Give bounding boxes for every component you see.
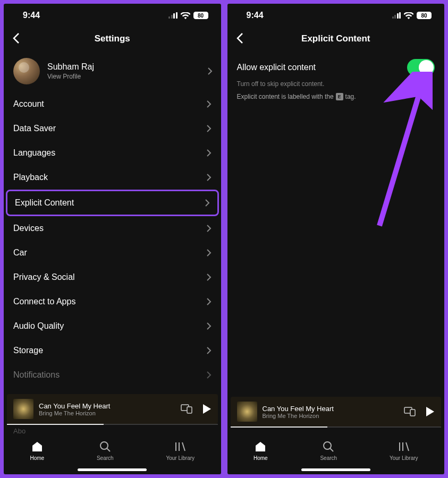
toggle-knob (419, 60, 434, 75)
settings-item-label: Data Saver (13, 124, 56, 133)
chevron-right-icon (206, 173, 212, 182)
now-playing-bar[interactable]: Can You Feel My Heart Bring Me The Horiz… (7, 394, 218, 424)
chevron-right-icon (206, 346, 212, 355)
profile-row[interactable]: Subham Raj View Profile (4, 50, 221, 92)
status-icons: 80 (168, 12, 208, 19)
settings-content: Subham Raj View Profile AccountData Save… (4, 50, 221, 394)
home-indicator (78, 468, 147, 471)
settings-item-playback[interactable]: Playback (4, 165, 221, 190)
tab-home[interactable]: Home (30, 440, 44, 461)
settings-item-label: Privacy & Social (13, 272, 75, 282)
chevron-right-icon (206, 273, 212, 281)
svg-point-6 (324, 442, 331, 449)
chevron-right-icon (206, 224, 212, 233)
helper-text-2: Explicit content is labelled with the E … (227, 89, 445, 105)
settings-item-notifications[interactable]: Notifications (4, 363, 221, 387)
truncated-item: Abo (4, 425, 221, 437)
track-artist: Bring Me The Horizon (39, 410, 110, 416)
track-title: Can You Feel My Heart (263, 405, 334, 413)
album-art (13, 399, 33, 419)
home-indicator (301, 468, 370, 471)
tab-search[interactable]: Search (97, 440, 114, 461)
settings-item-audio-quality[interactable]: Audio Quality (4, 314, 221, 338)
settings-item-privacy-social[interactable]: Privacy & Social (4, 265, 221, 289)
settings-item-label: Storage (13, 346, 43, 355)
settings-item-label: Devices (13, 224, 44, 233)
allow-explicit-label: Allow explicit content (237, 63, 316, 72)
status-bar: 9:44 80 (4, 4, 221, 27)
helper-text-1: Turn off to skip explicit content. (227, 79, 445, 89)
battery-icon: 80 (417, 12, 432, 19)
settings-item-devices[interactable]: Devices (4, 216, 221, 241)
settings-item-car[interactable]: Car (4, 241, 221, 265)
cellular-icon (168, 12, 177, 19)
playback-progress (7, 424, 218, 425)
settings-item-label: Languages (13, 148, 55, 158)
play-icon[interactable] (425, 406, 435, 417)
back-button[interactable] (12, 32, 20, 44)
settings-item-account[interactable]: Account (4, 92, 221, 116)
chevron-right-icon (206, 100, 212, 108)
status-time: 9:44 (23, 11, 40, 20)
chevron-right-icon (205, 199, 210, 207)
status-icons: 80 (392, 12, 432, 19)
chevron-right-icon (206, 322, 212, 330)
chevron-right-icon (206, 249, 212, 257)
cellular-icon (392, 12, 401, 19)
explicit-tag-icon: E (336, 93, 343, 100)
settings-item-label: Notifications (13, 370, 60, 380)
settings-item-label: Account (13, 99, 44, 109)
album-art (237, 402, 257, 422)
svg-point-2 (100, 442, 108, 449)
settings-item-languages[interactable]: Languages (4, 141, 221, 165)
settings-item-label: Connect to Apps (13, 297, 75, 306)
chevron-right-icon (206, 297, 212, 306)
search-icon (99, 440, 112, 453)
tab-library[interactable]: Your Library (390, 440, 418, 461)
status-time: 9:44 (247, 11, 264, 20)
library-icon (398, 440, 410, 453)
settings-item-data-saver[interactable]: Data Saver (4, 116, 221, 141)
settings-item-storage[interactable]: Storage (4, 338, 221, 363)
track-title: Can You Feel My Heart (39, 402, 110, 410)
back-button[interactable] (236, 32, 243, 44)
play-icon[interactable] (202, 404, 212, 414)
header: Settings (4, 27, 221, 50)
search-icon (322, 440, 335, 453)
devices-icon[interactable] (404, 407, 416, 416)
explicit-content-screen: 9:44 80 Explicit Content Allow explicit … (226, 2, 446, 476)
header: Explicit Content (227, 27, 445, 50)
settings-item-label: Audio Quality (13, 321, 64, 331)
allow-explicit-toggle[interactable] (407, 59, 435, 76)
chevron-right-icon (206, 149, 212, 157)
explicit-content-body: Allow explicit content Turn off to skip … (227, 50, 445, 397)
status-bar: 9:44 80 (227, 4, 445, 27)
settings-item-connect-to-apps[interactable]: Connect to Apps (4, 289, 221, 314)
settings-item-label: Explicit Content (15, 198, 74, 208)
chevron-right-icon (207, 67, 213, 75)
tab-search[interactable]: Search (320, 440, 337, 461)
chevron-right-icon (206, 124, 212, 133)
settings-item-explicit-content[interactable]: Explicit Content (6, 190, 219, 216)
svg-rect-5 (410, 409, 415, 416)
home-icon (31, 440, 44, 453)
page-title: Explicit Content (301, 33, 370, 44)
settings-item-label: Car (13, 248, 27, 258)
wifi-icon (181, 12, 190, 19)
tab-home[interactable]: Home (253, 440, 268, 461)
avatar (13, 58, 40, 84)
library-icon (174, 440, 187, 453)
page-title: Settings (95, 33, 130, 44)
now-playing-bar[interactable]: Can You Feel My Heart Bring Me The Horiz… (231, 397, 442, 426)
svg-rect-1 (187, 407, 192, 413)
tab-library[interactable]: Your Library (166, 440, 195, 461)
profile-name: Subham Raj (47, 62, 94, 72)
settings-item-label: Playback (13, 173, 48, 182)
settings-screen: 9:44 80 Settings Subham Raj View Profile… (2, 2, 223, 476)
chevron-right-icon (206, 371, 212, 379)
battery-icon: 80 (193, 12, 208, 19)
track-artist: Bring Me The Horizon (263, 413, 334, 419)
wifi-icon (404, 12, 413, 19)
profile-subtitle: View Profile (47, 73, 94, 80)
devices-icon[interactable] (181, 404, 192, 414)
